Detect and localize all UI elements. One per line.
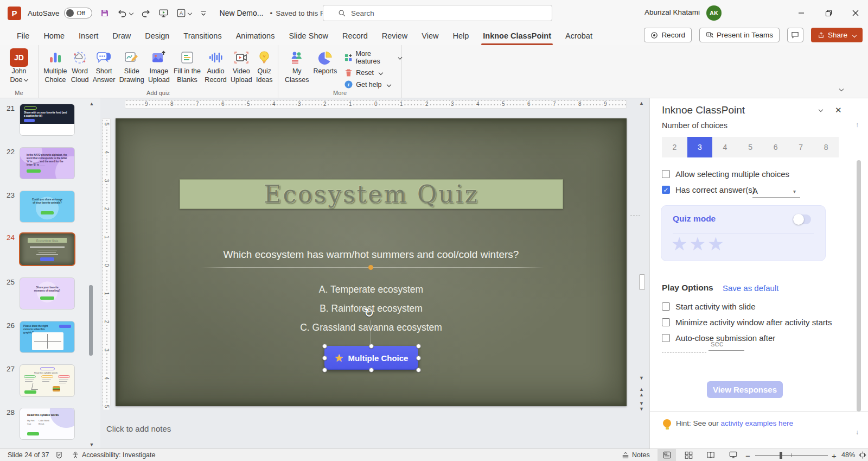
customize-quick-access-icon[interactable] <box>199 9 208 17</box>
undo-button[interactable] <box>117 8 133 18</box>
selection-handle[interactable] <box>369 344 374 349</box>
accessibility-row[interactable]: Accessibility: Investigate <box>72 451 155 459</box>
restore-button[interactable] <box>816 0 841 26</box>
slide-title-banner[interactable]: Ecosystem Quiz <box>180 179 563 209</box>
horizontal-ruler[interactable]: 9876543210123456789 <box>125 100 627 109</box>
tab-home[interactable]: Home <box>36 28 72 43</box>
quiz-mode-toggle[interactable] <box>793 214 811 224</box>
slide-thumbnail-28[interactable]: Read this syllable words My Pen Cup Cake… <box>20 408 74 439</box>
start-activity-row[interactable]: Start activity with slide <box>662 302 756 311</box>
user-name[interactable]: Aburizal Khatami <box>644 8 700 16</box>
notes-button[interactable]: Notes <box>622 451 650 459</box>
selection-handle[interactable] <box>322 356 327 361</box>
thumbnails-scrollbar[interactable] <box>89 285 93 356</box>
minimize-window-row[interactable]: Minimize activity window after activity … <box>662 318 832 327</box>
tab-review[interactable]: Review <box>375 28 415 43</box>
slide-drawing-button[interactable]: SlideDrawing <box>119 45 144 84</box>
choice-8[interactable]: 8 <box>813 137 839 157</box>
powerpoint-logo-icon[interactable]: P <box>8 7 21 20</box>
user-profile-button[interactable]: JD JohnDoe <box>0 45 38 84</box>
fill-in-the-blanks-button[interactable]: Fill in theBlanks <box>174 45 201 84</box>
selection-handle[interactable] <box>416 368 421 372</box>
choice-6[interactable]: 6 <box>763 137 788 157</box>
save-as-default-link[interactable]: Save as default <box>723 283 778 293</box>
tab-insert[interactable]: Insert <box>72 28 105 43</box>
spellcheck-icon[interactable] <box>55 451 63 459</box>
reports-button[interactable]: Reports <box>313 45 337 89</box>
tab-view[interactable]: View <box>414 28 445 43</box>
style-button[interactable]: A <box>176 8 192 18</box>
choice-5[interactable]: 5 <box>738 137 763 157</box>
zoom-slider-thumb[interactable] <box>780 452 782 459</box>
checkbox-unchecked[interactable] <box>662 334 670 342</box>
slide-option-c[interactable]: C. Grassland savanna ecosystem <box>116 322 627 333</box>
slide-thumbnail-21[interactable]: Share with us your favorite food (and a … <box>20 104 74 135</box>
correct-answer-dropdown[interactable]: A ▾ <box>752 186 800 198</box>
view-responses-button[interactable]: View Responses <box>707 381 783 398</box>
slide-option-a[interactable]: A. Temperate ecosystem <box>116 284 627 295</box>
multiple-choice-button[interactable]: MultipleChoice <box>43 45 67 84</box>
allow-multiple-row[interactable]: Allow selecting multiple choices <box>662 169 789 179</box>
fit-slide-to-window-button[interactable] <box>857 449 868 461</box>
more-features-button[interactable]: More features <box>344 50 401 65</box>
panel-collapse-icon[interactable] <box>819 108 823 112</box>
choice-2[interactable]: 2 <box>662 137 687 157</box>
seconds-input[interactable] <box>662 345 706 353</box>
checkbox-unchecked[interactable] <box>662 318 670 326</box>
checkbox-unchecked[interactable] <box>662 170 670 178</box>
document-filename[interactable]: New Demo... <box>220 9 264 17</box>
choice-3-selected[interactable]: 3 <box>687 137 713 157</box>
redo-button[interactable] <box>141 8 151 18</box>
tab-file[interactable]: File <box>10 28 36 43</box>
slide-sorter-view-button[interactable] <box>679 449 698 461</box>
tab-slide-show[interactable]: Slide Show <box>282 28 335 43</box>
panel-scrollbar-thumb[interactable] <box>857 160 861 412</box>
slide-thumbnail-25[interactable]: Share your favorite moments of traveling… <box>20 278 74 309</box>
start-slideshow-button[interactable] <box>158 8 169 18</box>
tab-acrobat[interactable]: Acrobat <box>558 28 599 43</box>
zoom-out-button[interactable]: − <box>745 451 750 460</box>
my-classes-button[interactable]: MyClasses <box>285 45 309 89</box>
audio-record-button[interactable]: AudioRecord <box>205 45 226 84</box>
share-button[interactable]: Share <box>811 28 863 42</box>
word-cloud-button[interactable]: WordCloud <box>71 45 89 84</box>
slideshow-view-button[interactable] <box>724 449 742 461</box>
scroll-up-icon[interactable]: ▲ <box>639 100 644 106</box>
scroll-down-icon[interactable]: ▼ <box>639 375 644 381</box>
next-slide-icon[interactable]: ▼▼ <box>639 401 644 412</box>
save-button[interactable] <box>100 8 110 18</box>
normal-view-button[interactable] <box>658 449 676 461</box>
vertical-ruler[interactable]: 54321012345 <box>102 118 111 406</box>
thumbnails-scroll-up-icon[interactable]: ▲ <box>87 101 97 106</box>
slide-question[interactable]: Which ecosystem has warm/hot summers and… <box>116 249 627 261</box>
image-upload-button[interactable]: ImageUpload <box>148 45 170 84</box>
present-in-teams-button[interactable]: T Present in Teams <box>699 28 780 42</box>
tab-transitions[interactable]: Transitions <box>176 28 228 43</box>
slide-thumbnail-23[interactable]: Could you share an image of your favorit… <box>20 191 74 222</box>
selection-handle[interactable] <box>322 344 327 349</box>
short-answer-button[interactable]: ShortAnswer <box>93 45 116 84</box>
reset-button[interactable]: Reset <box>344 68 401 77</box>
tab-design[interactable]: Design <box>138 28 176 43</box>
slide-info[interactable]: Slide 24 of 37 <box>8 451 49 459</box>
thumbnails-scroll-down-icon[interactable]: ▼ <box>87 442 97 447</box>
checkbox-checked[interactable] <box>662 186 670 194</box>
rotate-handle-icon[interactable]: ↻ <box>364 306 374 320</box>
adjust-handle-icon[interactable] <box>368 265 373 270</box>
notes-area[interactable]: Click to add notes <box>100 421 649 449</box>
star-rating-icons[interactable]: ★★★ <box>671 233 725 255</box>
search-input[interactable]: Search <box>323 5 552 21</box>
zoom-slider-track[interactable] <box>755 455 828 456</box>
slide-thumbnail-26[interactable]: Please draw the right curve to solve thi… <box>20 321 74 352</box>
slide-thumbnail-24-selected[interactable]: Ecosystem Quiz <box>20 233 74 265</box>
panel-close-icon[interactable]: ✕ <box>835 105 842 115</box>
activity-examples-link[interactable]: activity examples here <box>721 419 794 427</box>
comments-button[interactable] <box>787 28 803 42</box>
choice-4[interactable]: 4 <box>712 137 738 157</box>
slide-thumbnail-27[interactable]: Read this syllable words <box>20 365 74 396</box>
quiz-ideas-button[interactable]: QuizIdeas <box>256 45 273 84</box>
slide-canvas[interactable]: Ecosystem Quiz Which ecosystem has warm/… <box>116 118 627 406</box>
zoom-level[interactable]: 48% <box>841 451 855 459</box>
selection-handle[interactable] <box>416 344 421 349</box>
user-avatar[interactable]: AK <box>706 5 722 21</box>
